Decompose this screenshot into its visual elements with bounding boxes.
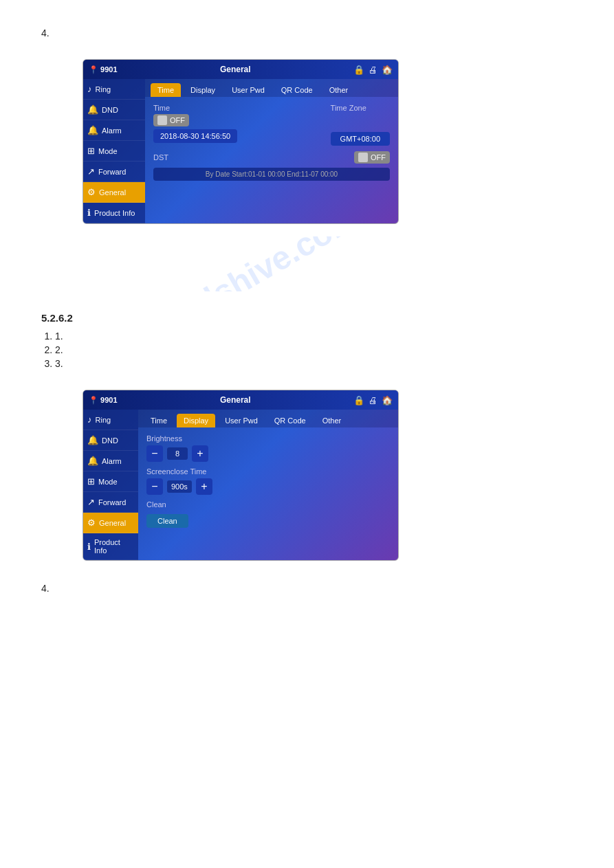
ui2-sidebar-item-productinfo[interactable]: ℹ Product Info	[83, 533, 138, 560]
ui2-title: General	[118, 395, 353, 405]
ui2-sidebar-item-mode[interactable]: ⊞ Mode	[83, 471, 138, 492]
watermark: alshive.com	[182, 236, 364, 291]
sidebar-item-alarm[interactable]: 🔔 Alarm	[83, 120, 145, 141]
sidebar-dnd-label: DND	[102, 106, 118, 114]
ui2-alarm-icon: 🔔	[87, 456, 98, 466]
ui1-main: Time Display User Pwd QR Code Other Time	[145, 79, 398, 223]
step2-number: 4.	[41, 583, 573, 594]
dst-label: DST	[153, 153, 168, 162]
ring-icon: ♪	[87, 84, 92, 94]
ui2-forward-icon: ↗	[87, 497, 95, 507]
ui2-info-icon: ℹ	[87, 542, 91, 552]
sidebar-item-dnd[interactable]: 🔔 DND	[83, 100, 145, 120]
brightness-control: − 8 +	[146, 445, 390, 462]
tab-qrcode[interactable]: QR Code	[274, 83, 320, 97]
ui2-sidebar-mode-label: Mode	[98, 478, 118, 486]
ui2-sidebar-item-dnd[interactable]: 🔔 DND	[83, 430, 138, 451]
brightness-label: Brightness	[146, 434, 390, 443]
ui1-icons: 🔒 🖨 🏠	[353, 65, 393, 75]
ui2-tab-time[interactable]: Time	[144, 414, 174, 427]
timezone-label: Time Zone	[331, 104, 390, 112]
ui2-sidebar-dnd-label: DND	[102, 436, 118, 445]
print-icon: 🖨	[369, 65, 377, 75]
ui2-tab-display[interactable]: Display	[177, 414, 215, 427]
tab-time[interactable]: Time	[151, 83, 181, 97]
home-icon-2: 🏠	[382, 395, 393, 405]
dst-row: DST OFF	[153, 151, 390, 164]
ui2-sidebar-general-label: General	[99, 519, 126, 527]
lock-icon-2: 🔒	[353, 395, 364, 405]
ui2-sidebar-productinfo-label: Product Info	[94, 538, 134, 555]
step1-number: 4.	[41, 27, 573, 38]
sidebar-productinfo-label: Product Info	[94, 209, 135, 217]
dst-info: By Date Start:01-01 00:00 End:11-07 00:0…	[153, 168, 390, 181]
ui2-tabs: Time Display User Pwd QR Code Other	[138, 410, 398, 427]
ui2-sidebar-item-ring[interactable]: ♪ Ring	[83, 410, 138, 430]
ui2-sidebar-forward-label: Forward	[98, 498, 126, 507]
substeps-list: 1. 2. 3.	[55, 331, 573, 369]
ui2-tab-qrcode[interactable]: QR Code	[267, 414, 313, 427]
clean-section-label: Clean	[146, 500, 390, 509]
ui1-content: Time OFF 2018-08-30 14:56:50	[145, 97, 398, 218]
screenclose-minus-btn[interactable]: −	[146, 478, 163, 495]
substep-1: 1.	[55, 331, 573, 342]
ui2-ext: 📍 9901	[89, 396, 118, 405]
sidebar-item-productinfo[interactable]: ℹ Product Info	[83, 203, 145, 223]
time-toggle[interactable]: OFF	[153, 114, 189, 126]
sidebar-item-ring[interactable]: ♪ Ring	[83, 79, 145, 100]
ui1-ext: 📍 9901	[89, 65, 118, 74]
alarm-icon: 🔔	[87, 125, 98, 135]
ui2-general-icon: ⚙	[87, 518, 96, 528]
lock-icon: 🔒	[353, 65, 364, 75]
ui1-tabs: Time Display User Pwd QR Code Other	[145, 79, 398, 97]
substep-2: 2.	[55, 344, 573, 355]
dnd-icon: 🔔	[87, 104, 98, 115]
sidebar-forward-label: Forward	[98, 168, 126, 176]
substep-3: 3.	[55, 358, 573, 369]
time-label: Time	[153, 104, 237, 112]
screenclose-value: 900s	[167, 480, 192, 493]
sidebar-general-label: General	[99, 188, 126, 197]
info-icon: ℹ	[87, 208, 91, 218]
brightness-minus-btn[interactable]: −	[146, 445, 163, 462]
tab-display[interactable]: Display	[184, 83, 222, 97]
general-icon: ⚙	[87, 187, 96, 197]
clean-button[interactable]: Clean	[146, 514, 188, 528]
ui2-sidebar-item-general[interactable]: ⚙ General	[83, 513, 138, 533]
sidebar-mode-label: Mode	[98, 147, 118, 155]
screenclose-plus-btn[interactable]: +	[196, 478, 212, 495]
ui2-sidebar-item-forward[interactable]: ↗ Forward	[83, 492, 138, 513]
print-icon-2: 🖨	[369, 395, 377, 405]
sidebar-ring-label: Ring	[96, 85, 111, 93]
ui2-mode-icon: ⊞	[87, 476, 95, 487]
sidebar-item-forward[interactable]: ↗ Forward	[83, 162, 145, 182]
sidebar-item-general[interactable]: ⚙ General	[83, 182, 145, 203]
ui2-sidebar-ring-label: Ring	[96, 416, 111, 424]
screenclose-label: Screenclose Time	[146, 467, 390, 476]
ui2-sidebar-item-alarm[interactable]: 🔔 Alarm	[83, 451, 138, 471]
timezone-value: GMT+08:00	[331, 132, 390, 146]
ui2-sidebar-alarm-label: Alarm	[102, 457, 122, 465]
ui1-title: General	[118, 65, 353, 74]
ui2-tab-userpwd[interactable]: User Pwd	[218, 414, 265, 427]
ui2-main: Time Display User Pwd QR Code Other Brig…	[138, 410, 398, 560]
brightness-value: 8	[167, 447, 188, 460]
screenshot-1: 📍 9901 General 🔒 🖨 🏠 ♪ Ring 🔔	[83, 59, 399, 224]
dst-toggle[interactable]: OFF	[354, 151, 390, 164]
ui2-icons: 🔒 🖨 🏠	[353, 395, 393, 405]
screenshot-2: 📍 9901 General 🔒 🖨 🏠 ♪ Ring 🔔	[83, 390, 399, 561]
ui1-sidebar: ♪ Ring 🔔 DND 🔔 Alarm ⊞ Mode	[83, 79, 145, 223]
tab-other[interactable]: Other	[322, 83, 355, 97]
tab-userpwd[interactable]: User Pwd	[225, 83, 272, 97]
ui2-content: Brightness − 8 + Screenclose Time − 900s…	[138, 427, 398, 555]
ui2-tab-other[interactable]: Other	[316, 414, 349, 427]
ui2-dnd-icon: 🔔	[87, 435, 98, 445]
ui1-header: 📍 9901 General 🔒 🖨 🏠	[83, 60, 398, 79]
home-icon: 🏠	[382, 65, 393, 75]
ui2-header: 📍 9901 General 🔒 🖨 🏠	[83, 390, 398, 410]
ui2-ring-icon: ♪	[87, 414, 92, 425]
brightness-plus-btn[interactable]: +	[192, 445, 208, 462]
sidebar-item-mode[interactable]: ⊞ Mode	[83, 141, 145, 162]
forward-icon: ↗	[87, 166, 95, 177]
section-heading: 5.2.6.2	[41, 312, 573, 324]
